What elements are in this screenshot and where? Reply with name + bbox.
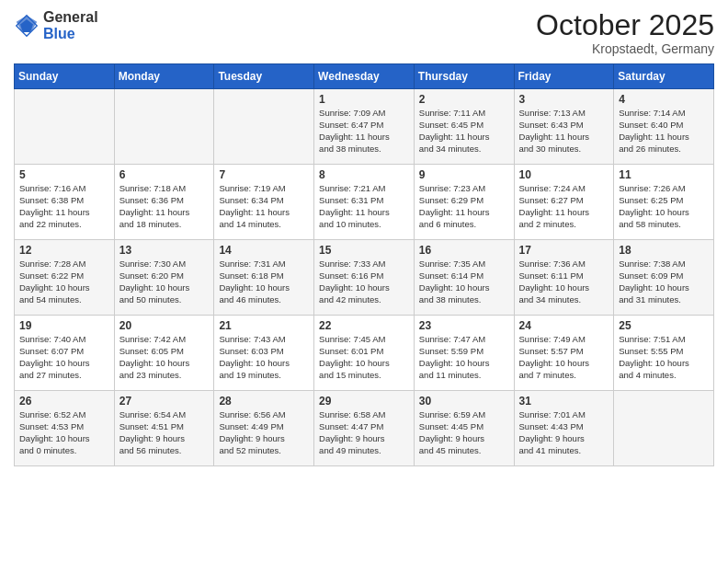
week-row-4: 19Sunrise: 7:40 AM Sunset: 6:07 PM Dayli…: [15, 316, 714, 391]
day-number: 8: [319, 168, 409, 181]
calendar-cell: 12Sunrise: 7:28 AM Sunset: 6:22 PM Dayli…: [15, 240, 115, 316]
day-info: Sunrise: 7:51 AM Sunset: 5:55 PM Dayligh…: [619, 334, 709, 381]
day-info: Sunrise: 7:01 AM Sunset: 4:43 PM Dayligh…: [519, 409, 609, 456]
day-number: 30: [419, 395, 509, 408]
day-number: 27: [119, 395, 210, 408]
day-number: 17: [519, 244, 609, 257]
calendar-cell: 20Sunrise: 7:42 AM Sunset: 6:05 PM Dayli…: [114, 316, 214, 391]
calendar-cell: 30Sunrise: 6:59 AM Sunset: 4:45 PM Dayli…: [414, 391, 514, 466]
day-header-friday: Friday: [514, 64, 614, 89]
day-number: 13: [119, 244, 210, 257]
day-number: 7: [219, 168, 309, 181]
header: General Blue October 2025 Kropstaedt, Ge…: [14, 9, 714, 56]
day-number: 3: [519, 93, 609, 106]
calendar-cell: 17Sunrise: 7:36 AM Sunset: 6:11 PM Dayli…: [514, 240, 614, 316]
day-info: Sunrise: 7:24 AM Sunset: 6:27 PM Dayligh…: [519, 183, 609, 230]
day-info: Sunrise: 7:38 AM Sunset: 6:09 PM Dayligh…: [619, 259, 709, 305]
calendar-cell: 23Sunrise: 7:47 AM Sunset: 5:59 PM Dayli…: [414, 316, 514, 391]
logo: General Blue: [14, 9, 98, 41]
day-info: Sunrise: 7:26 AM Sunset: 6:25 PM Dayligh…: [619, 183, 709, 230]
day-info: Sunrise: 7:49 AM Sunset: 5:57 PM Dayligh…: [519, 334, 609, 381]
day-info: Sunrise: 7:33 AM Sunset: 6:16 PM Dayligh…: [319, 259, 409, 305]
calendar-cell: [15, 89, 115, 165]
week-row-2: 5Sunrise: 7:16 AM Sunset: 6:38 PM Daylig…: [15, 165, 714, 240]
calendar-cell: 19Sunrise: 7:40 AM Sunset: 6:07 PM Dayli…: [15, 316, 115, 391]
day-info: Sunrise: 7:47 AM Sunset: 5:59 PM Dayligh…: [419, 334, 509, 381]
day-info: Sunrise: 7:35 AM Sunset: 6:14 PM Dayligh…: [419, 259, 509, 305]
calendar-cell: 14Sunrise: 7:31 AM Sunset: 6:18 PM Dayli…: [214, 240, 314, 316]
calendar-table: SundayMondayTuesdayWednesdayThursdayFrid…: [14, 63, 714, 466]
day-header-monday: Monday: [114, 64, 214, 89]
day-number: 11: [619, 168, 709, 181]
day-number: 5: [19, 168, 109, 181]
day-info: Sunrise: 7:19 AM Sunset: 6:34 PM Dayligh…: [219, 183, 309, 230]
calendar-cell: 22Sunrise: 7:45 AM Sunset: 6:01 PM Dayli…: [314, 316, 415, 391]
day-number: 19: [19, 319, 109, 332]
day-number: 14: [219, 244, 309, 257]
calendar-cell: 8Sunrise: 7:21 AM Sunset: 6:31 PM Daylig…: [314, 165, 415, 240]
day-header-thursday: Thursday: [414, 64, 514, 89]
day-number: 29: [319, 395, 409, 408]
day-info: Sunrise: 7:40 AM Sunset: 6:07 PM Dayligh…: [19, 334, 109, 381]
title-block: October 2025 Kropstaedt, Germany: [536, 9, 714, 56]
day-info: Sunrise: 7:45 AM Sunset: 6:01 PM Dayligh…: [319, 334, 409, 381]
calendar-cell: 21Sunrise: 7:43 AM Sunset: 6:03 PM Dayli…: [214, 316, 314, 391]
day-info: Sunrise: 7:09 AM Sunset: 6:47 PM Dayligh…: [319, 108, 409, 155]
calendar-cell: 27Sunrise: 6:54 AM Sunset: 4:51 PM Dayli…: [114, 391, 214, 466]
day-number: 1: [319, 93, 409, 106]
calendar-cell: 28Sunrise: 6:56 AM Sunset: 4:49 PM Dayli…: [214, 391, 314, 466]
day-info: Sunrise: 7:16 AM Sunset: 6:38 PM Dayligh…: [19, 183, 109, 230]
day-info: Sunrise: 6:52 AM Sunset: 4:53 PM Dayligh…: [19, 409, 109, 456]
day-number: 23: [419, 319, 509, 332]
day-info: Sunrise: 7:31 AM Sunset: 6:18 PM Dayligh…: [219, 259, 309, 305]
calendar-cell: 4Sunrise: 7:14 AM Sunset: 6:40 PM Daylig…: [614, 89, 714, 165]
day-info: Sunrise: 7:23 AM Sunset: 6:29 PM Dayligh…: [419, 183, 509, 230]
day-info: Sunrise: 7:42 AM Sunset: 6:05 PM Dayligh…: [119, 334, 210, 381]
logo-blue: Blue: [43, 26, 75, 41]
calendar-cell: 25Sunrise: 7:51 AM Sunset: 5:55 PM Dayli…: [614, 316, 714, 391]
day-number: 25: [619, 319, 709, 332]
day-number: 20: [119, 319, 210, 332]
calendar-cell: [114, 89, 214, 165]
day-header-tuesday: Tuesday: [214, 64, 314, 89]
day-number: 9: [419, 168, 509, 181]
day-info: Sunrise: 7:18 AM Sunset: 6:36 PM Dayligh…: [119, 183, 210, 230]
day-number: 26: [19, 395, 109, 408]
day-info: Sunrise: 6:58 AM Sunset: 4:47 PM Dayligh…: [319, 409, 409, 456]
calendar-cell: 31Sunrise: 7:01 AM Sunset: 4:43 PM Dayli…: [514, 391, 614, 466]
calendar-cell: 18Sunrise: 7:38 AM Sunset: 6:09 PM Dayli…: [614, 240, 714, 316]
day-info: Sunrise: 7:28 AM Sunset: 6:22 PM Dayligh…: [19, 259, 109, 305]
day-number: 12: [19, 244, 109, 257]
day-number: 31: [519, 395, 609, 408]
calendar-cell: 10Sunrise: 7:24 AM Sunset: 6:27 PM Dayli…: [514, 165, 614, 240]
week-row-1: 1Sunrise: 7:09 AM Sunset: 6:47 PM Daylig…: [15, 89, 714, 165]
page: General Blue October 2025 Kropstaedt, Ge…: [0, 0, 728, 563]
calendar-cell: 15Sunrise: 7:33 AM Sunset: 6:16 PM Dayli…: [314, 240, 415, 316]
logo-icon: [14, 13, 40, 39]
calendar-cell: 3Sunrise: 7:13 AM Sunset: 6:43 PM Daylig…: [514, 89, 614, 165]
calendar-cell: 7Sunrise: 7:19 AM Sunset: 6:34 PM Daylig…: [214, 165, 314, 240]
day-number: 4: [619, 93, 709, 106]
day-number: 28: [219, 395, 309, 408]
day-info: Sunrise: 7:14 AM Sunset: 6:40 PM Dayligh…: [619, 108, 709, 155]
calendar-cell: 26Sunrise: 6:52 AM Sunset: 4:53 PM Dayli…: [15, 391, 115, 466]
calendar-cell: 9Sunrise: 7:23 AM Sunset: 6:29 PM Daylig…: [414, 165, 514, 240]
day-info: Sunrise: 6:56 AM Sunset: 4:49 PM Dayligh…: [219, 409, 309, 456]
calendar-cell: 11Sunrise: 7:26 AM Sunset: 6:25 PM Dayli…: [614, 165, 714, 240]
calendar-cell: 1Sunrise: 7:09 AM Sunset: 6:47 PM Daylig…: [314, 89, 415, 165]
day-number: 2: [419, 93, 509, 106]
calendar-cell: [614, 391, 714, 466]
day-header-wednesday: Wednesday: [314, 64, 415, 89]
day-info: Sunrise: 6:59 AM Sunset: 4:45 PM Dayligh…: [419, 409, 509, 456]
day-number: 18: [619, 244, 709, 257]
calendar-cell: 6Sunrise: 7:18 AM Sunset: 6:36 PM Daylig…: [114, 165, 214, 240]
calendar-cell: [214, 89, 314, 165]
day-number: 10: [519, 168, 609, 181]
calendar-cell: 2Sunrise: 7:11 AM Sunset: 6:45 PM Daylig…: [414, 89, 514, 165]
day-header-saturday: Saturday: [614, 64, 714, 89]
month-title: October 2025: [536, 9, 714, 41]
header-row: SundayMondayTuesdayWednesdayThursdayFrid…: [15, 64, 714, 89]
week-row-5: 26Sunrise: 6:52 AM Sunset: 4:53 PM Dayli…: [15, 391, 714, 466]
day-info: Sunrise: 7:11 AM Sunset: 6:45 PM Dayligh…: [419, 108, 509, 155]
logo-general: General: [43, 9, 98, 25]
